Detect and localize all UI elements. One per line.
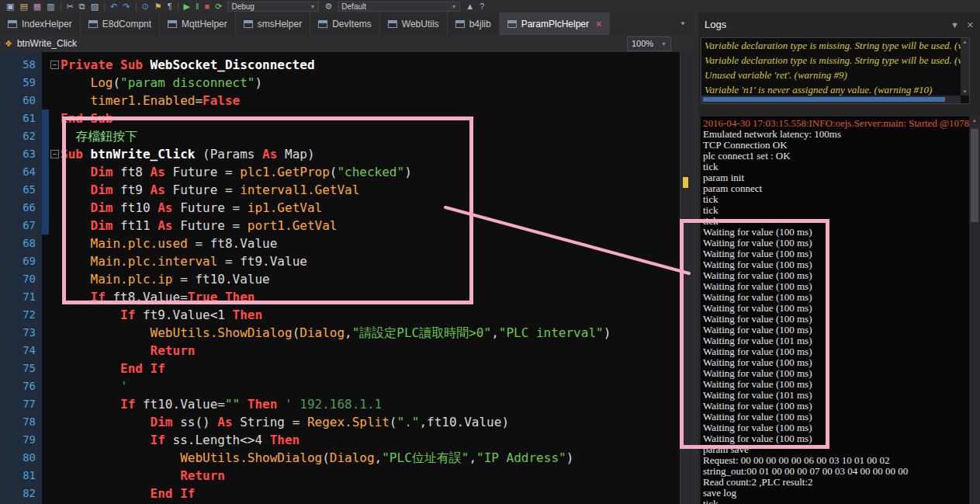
fold-margin	[49, 377, 61, 395]
line-number: 61	[0, 109, 42, 127]
fold-margin	[49, 324, 61, 342]
fold-toggle-icon[interactable]: −	[50, 61, 59, 69]
new-module-icon[interactable]: ▣	[6, 0, 14, 12]
horizontal-scroll-thumb[interactable]	[703, 97, 945, 102]
warning-item[interactable]: Variable declaration type is missing. St…	[701, 53, 961, 68]
open-icon[interactable]: ▤	[19, 0, 27, 12]
code-line[interactable]: 81 Return	[0, 467, 680, 485]
line-number: 68	[0, 235, 42, 252]
tab-MqttHelper[interactable]: MqttHelper	[160, 12, 236, 35]
help-icon[interactable]: ?	[480, 0, 484, 12]
code-line[interactable]: 68 Main.plc.used = ft8.Value	[0, 235, 680, 252]
change-marker	[42, 360, 49, 377]
profile-select[interactable]: Default▼	[338, 2, 460, 12]
scroll-down-icon[interactable]: ▼	[961, 88, 969, 96]
code-line[interactable]: 59 Log("param disconnect")	[0, 74, 680, 92]
save-all-icon[interactable]: ▥	[47, 0, 54, 12]
chevron-down-icon: ▼	[661, 41, 667, 47]
code-line[interactable]: 67 Dim ft11 As Future = port1.GetVal	[0, 217, 680, 235]
zoom-value: 100%	[632, 39, 653, 48]
code-text: End Sub	[61, 109, 680, 127]
warning-item[interactable]: Unused variable 'ret'. (warning #9)	[701, 68, 961, 82]
warnings-horizontal-scrollbar[interactable]	[701, 96, 961, 103]
fold-margin	[49, 74, 61, 92]
tab-E8dCompnt[interactable]: E8dCompnt	[81, 12, 160, 35]
change-marker	[42, 467, 49, 485]
code-line[interactable]: 62 存檔鈕按下	[0, 127, 680, 145]
change-marker	[42, 413, 49, 431]
change-marker	[42, 181, 49, 199]
code-line[interactable]: 70 Main.plc.ip = ft10.Value	[0, 270, 680, 288]
code-line[interactable]: 61End Sub	[0, 109, 680, 127]
code-line[interactable]: 76 '	[0, 377, 680, 395]
zoom-select[interactable]: 100% ▼	[627, 36, 671, 51]
toolbar-separator	[61, 2, 61, 11]
tab-DevItems[interactable]: DevItems	[310, 12, 380, 35]
code-line[interactable]: 73 WebUtils.ShowDialog(Dialog,"請設定PLC讀取時…	[0, 324, 680, 342]
code-line[interactable]: 77 If ft10.Value="" Then ' 192.168.1.1	[0, 395, 680, 413]
scroll-up-icon[interactable]: ▲	[969, 116, 980, 124]
log-entry: Request: 00 00 00 00 00 06 00 03 10 01 0…	[701, 455, 969, 466]
settings-icon[interactable]: ⚙	[324, 0, 332, 12]
close-icon[interactable]: ✕	[967, 20, 974, 30]
breadcrumb-method-label[interactable]: btnWrite_Click	[17, 38, 77, 49]
code-line[interactable]: 72 If ft9.Value<1 Then	[0, 306, 680, 324]
run-icon[interactable]: ▶	[184, 0, 190, 12]
cut-icon[interactable]: ✂	[67, 0, 74, 12]
tab-overflow-chevron-icon[interactable]: ▼	[673, 20, 693, 27]
tab-ParamPlcHelper[interactable]: ParamPlcHelper×	[500, 12, 610, 35]
code-line[interactable]: 75 End If	[0, 360, 680, 377]
log-entry: param save	[701, 444, 969, 455]
close-icon[interactable]: ×	[596, 19, 601, 30]
fold-margin	[49, 413, 61, 431]
copy-icon[interactable]: ⧉	[79, 0, 85, 12]
build-configuration-select[interactable]: Debug▼	[227, 2, 319, 12]
code-editor[interactable]: 58−Private Sub WebSocket_Disconnected59 …	[0, 52, 693, 504]
code-line[interactable]: 74 Return	[0, 342, 680, 360]
vertical-scroll-thumb[interactable]	[971, 129, 978, 222]
tab-b4jlib[interactable]: b4jlib	[448, 12, 500, 35]
tab-label: b4jlib	[469, 19, 491, 30]
tab-WebUtils[interactable]: WebUtils	[380, 12, 448, 35]
fold-toggle-icon[interactable]: −	[50, 150, 59, 158]
code-line[interactable]: 69 Main.plc.interval = ft9.Value	[0, 252, 680, 270]
bookmark-icon[interactable]: ⚑	[154, 0, 162, 12]
line-number: 58	[0, 56, 42, 74]
warnings-vertical-scrollbar[interactable]: ▲ ▼	[961, 38, 969, 96]
panel-splitter[interactable]	[693, 12, 698, 504]
code-line[interactable]: 64 Dim ft8 As Future = plc1.GetProp("che…	[0, 163, 680, 181]
search-icon[interactable]: ⊙	[142, 0, 149, 12]
refresh-icon[interactable]: ⟳	[215, 0, 222, 12]
tab-smsHelper[interactable]: smsHelper	[236, 12, 310, 35]
code-line[interactable]: 58−Private Sub WebSocket_Disconnected	[0, 56, 680, 74]
log-entry: Waiting for value (100 ms)	[701, 227, 969, 238]
line-number: 69	[0, 252, 42, 270]
logs-vertical-scrollbar[interactable]: ▲	[969, 116, 980, 504]
code-line[interactable]: 65 Dim ft9 As Future = interval1.GetVal	[0, 181, 680, 199]
logs-panel-header: Logs ▼✕	[698, 12, 980, 36]
stop-icon[interactable]: ■	[205, 0, 210, 12]
upload-icon[interactable]: ▲	[466, 0, 474, 12]
tab-IndexHelper[interactable]: IndexHelper	[0, 12, 81, 35]
logs-panel: Logs ▼✕ Variable declaration type is mis…	[698, 12, 980, 504]
fold-margin	[49, 449, 61, 467]
code-line[interactable]: 63−Sub btnWrite_Click (Params As Map)	[0, 145, 680, 163]
autoscroll-chevron-icon[interactable]: ▼	[951, 20, 959, 30]
change-marker	[42, 217, 49, 235]
scroll-up-icon[interactable]: ▲	[961, 38, 969, 46]
comment-icon[interactable]: ¶	[168, 0, 172, 12]
save-icon[interactable]: ▦	[33, 0, 41, 12]
undo-icon[interactable]: ↶	[110, 0, 117, 12]
code-line[interactable]: 78 Dim ss() As String = Regex.Split(".",…	[0, 413, 680, 431]
code-line[interactable]: 82 End If	[0, 485, 680, 502]
code-line[interactable]: 66 Dim ft10 As Future = ip1.GetVal	[0, 199, 680, 217]
redo-icon[interactable]: ↷	[123, 0, 130, 12]
code-line[interactable]: 60 timer1.Enabled=False	[0, 92, 680, 109]
pause-icon[interactable]: ‖	[196, 0, 199, 12]
editor-scrollbar[interactable]	[680, 52, 693, 504]
paste-icon[interactable]: ▨	[91, 0, 99, 12]
code-line[interactable]: 79 If ss.Length<>4 Then	[0, 431, 680, 449]
code-line[interactable]: 80 WebUtils.ShowDialog(Dialog,"PLC位址有誤",…	[0, 449, 680, 467]
code-line[interactable]: 71 If ft8.Value=True Then	[0, 288, 680, 306]
warning-item[interactable]: Variable declaration type is missing. St…	[701, 38, 961, 53]
